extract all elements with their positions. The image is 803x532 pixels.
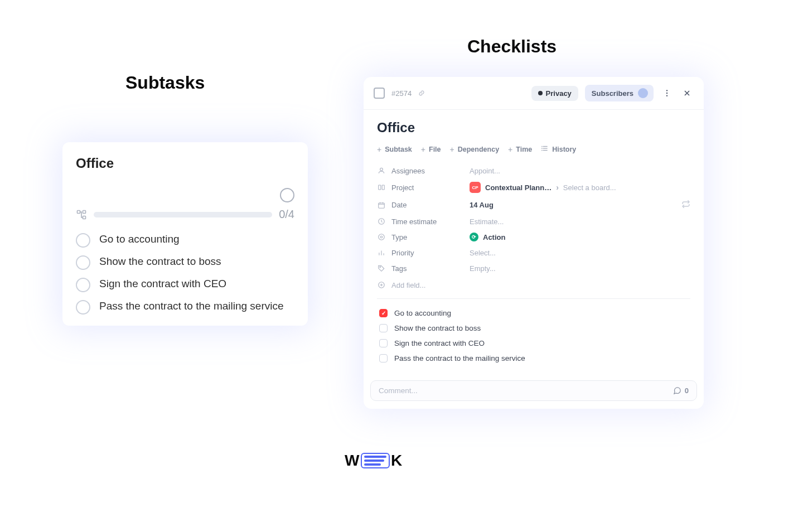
plus-icon: + <box>508 145 512 154</box>
history-button[interactable]: History <box>541 144 576 154</box>
subtask-checkbox[interactable] <box>76 233 90 248</box>
field-priority[interactable]: Priority Select... <box>377 248 690 257</box>
close-button[interactable] <box>680 86 694 100</box>
svg-rect-14 <box>382 185 384 190</box>
privacy-button[interactable]: Privacy <box>531 86 578 101</box>
add-time-button[interactable]: +Time <box>508 144 532 154</box>
checklist-label: Pass the contract to the mailing service <box>394 354 525 362</box>
link-icon[interactable] <box>418 90 425 96</box>
type-icon <box>377 233 386 241</box>
svg-point-25 <box>380 267 381 268</box>
task-id: #2574 <box>391 89 412 98</box>
subscribers-label: Subscribers <box>592 89 633 98</box>
comment-placeholder: Comment... <box>379 386 418 395</box>
type-value: Action <box>483 233 505 241</box>
field-type[interactable]: Type ⟳ Action <box>377 233 690 241</box>
list-icon <box>541 144 549 154</box>
add-file-button[interactable]: +File <box>421 144 441 154</box>
add-dependency-button[interactable]: +Dependency <box>450 144 500 154</box>
checklist-item[interactable]: Pass the contract to the mailing service <box>379 354 690 362</box>
date-value: 14 Aug <box>470 201 494 209</box>
svg-rect-0 <box>78 210 80 213</box>
subtask-label: Show the contract to boss <box>99 254 221 269</box>
svg-point-12 <box>380 168 383 171</box>
svg-rect-2 <box>83 216 86 219</box>
person-icon <box>377 166 386 175</box>
checklist-checkbox[interactable] <box>379 324 388 332</box>
plus-icon: + <box>421 145 425 154</box>
checklist-item[interactable]: Sign the contract with CEO <box>379 339 690 347</box>
svg-rect-13 <box>379 185 381 190</box>
checklist-label: Sign the contract with CEO <box>394 339 485 347</box>
subscribers-button[interactable]: Subscribers <box>585 85 654 101</box>
plus-circle-icon <box>377 280 386 289</box>
action-type-icon: ⟳ <box>470 233 478 241</box>
plus-icon: + <box>450 145 454 154</box>
heading-subtasks: Subtasks <box>125 72 205 93</box>
subtask-item[interactable]: Go to accounting <box>76 232 294 248</box>
subtasks-card-title: Office <box>76 156 294 171</box>
checklist-section: Go to accounting Show the contract to bo… <box>364 299 704 375</box>
field-assignees[interactable]: Assignees Appoint... <box>377 166 690 175</box>
repeat-icon[interactable] <box>681 200 690 210</box>
subtask-item[interactable]: Pass the contract to the mailing service <box>76 299 294 315</box>
checklist-checkbox[interactable] <box>379 309 388 317</box>
task-header: #2574 Privacy Subscribers <box>364 77 704 110</box>
subtasks-tree-icon <box>76 209 87 220</box>
svg-point-4 <box>666 93 667 94</box>
svg-point-20 <box>379 234 385 240</box>
field-time-estimate[interactable]: Time estimate Estimate... <box>377 217 690 226</box>
checklist-item[interactable]: Go to accounting <box>379 309 690 317</box>
checklist-label: Go to accounting <box>394 309 451 317</box>
subtask-item[interactable]: Sign the contract with CEO <box>76 277 294 292</box>
weeek-logo: W K <box>345 452 403 470</box>
logo-bars-icon <box>361 453 390 468</box>
subtask-label: Go to accounting <box>99 232 180 246</box>
project-name: Contextual Plann… <box>485 183 552 192</box>
subtask-checkbox[interactable] <box>76 278 90 292</box>
task-complete-circle[interactable] <box>280 188 294 202</box>
subtask-checkbox[interactable] <box>76 255 90 270</box>
chevron-right-icon: › <box>556 183 559 192</box>
svg-point-9 <box>542 146 543 147</box>
task-status-icon[interactable] <box>374 88 385 99</box>
subtask-checkbox[interactable] <box>76 300 90 315</box>
heading-checklists: Checklists <box>467 36 557 57</box>
board-select-placeholder[interactable]: Select a board... <box>563 183 616 192</box>
checklist-checkbox[interactable] <box>379 354 388 362</box>
svg-point-11 <box>542 150 543 151</box>
field-date[interactable]: Date 14 Aug <box>377 200 690 210</box>
svg-point-5 <box>666 95 667 96</box>
project-badge: CP <box>470 182 481 193</box>
priority-icon <box>377 248 386 257</box>
checklist-item[interactable]: Show the contract to boss <box>379 324 690 332</box>
field-tags[interactable]: Tags Empty... <box>377 264 690 273</box>
svg-rect-1 <box>83 210 86 213</box>
project-icon <box>377 183 386 192</box>
calendar-icon <box>377 201 386 210</box>
subtask-item[interactable]: Show the contract to boss <box>76 254 294 270</box>
task-detail-card: #2574 Privacy Subscribers Office +Subtas… <box>364 77 704 409</box>
subtasks-progress-bar <box>94 212 272 217</box>
checklist-checkbox[interactable] <box>379 339 388 347</box>
plus-icon: + <box>377 145 381 154</box>
subscriber-avatar <box>638 88 648 98</box>
subtask-label: Sign the contract with CEO <box>99 277 226 291</box>
comment-count: 0 <box>673 386 689 395</box>
chat-icon <box>673 386 681 395</box>
svg-point-21 <box>380 236 383 238</box>
svg-point-3 <box>666 90 667 91</box>
eye-icon <box>538 91 543 95</box>
tag-icon <box>377 264 386 273</box>
task-title[interactable]: Office <box>377 120 690 136</box>
svg-point-10 <box>542 148 543 149</box>
add-field-button[interactable]: Add field... <box>377 280 690 289</box>
more-menu-button[interactable] <box>660 86 674 100</box>
clock-icon <box>377 217 386 226</box>
field-project[interactable]: Project CP Contextual Plann… › Select a … <box>377 182 690 193</box>
add-subtask-button[interactable]: +Subtask <box>377 144 412 154</box>
privacy-label: Privacy <box>546 89 572 98</box>
comment-input[interactable]: Comment... 0 <box>370 380 697 401</box>
subtask-label: Pass the contract to the mailing service <box>99 299 284 313</box>
svg-rect-15 <box>379 202 385 207</box>
